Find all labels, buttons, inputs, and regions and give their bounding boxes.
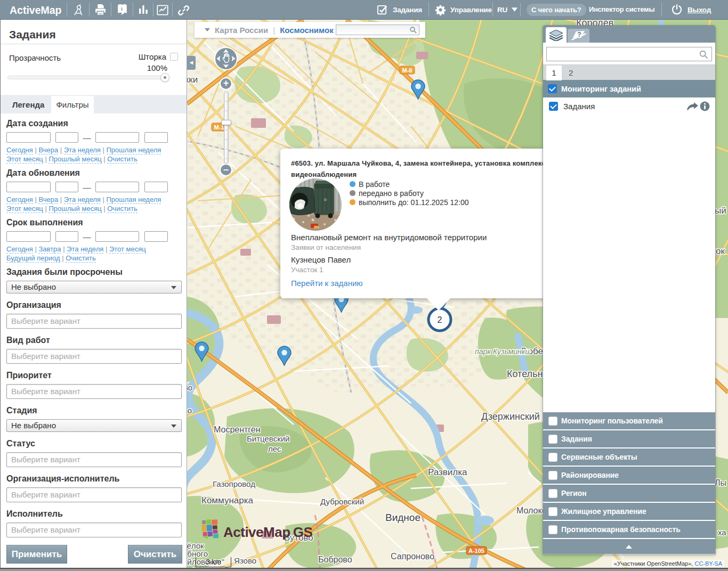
svg-text:Газопровод: Газопровод xyxy=(213,479,255,488)
svg-text:А-105: А-105 xyxy=(468,548,484,554)
svg-text:лес: лес xyxy=(268,444,281,453)
svg-text:Мосрентген: Мосрентген xyxy=(214,425,261,434)
svg-text:♻: ♻ xyxy=(323,198,327,201)
svg-text:2: 2 xyxy=(438,315,442,324)
svg-text:Сапроново: Сапроново xyxy=(391,552,434,561)
svg-text:Видное: Видное xyxy=(385,512,420,523)
svg-text:М-8: М-8 xyxy=(402,67,412,74)
svg-text:Язово: Язово xyxy=(234,556,256,565)
svg-text:парк Кузьминки: парк Кузьминки xyxy=(475,347,529,356)
svg-text:Дубровский: Дубровский xyxy=(320,497,364,506)
svg-text:ок: ок xyxy=(716,246,725,256)
svg-text:зо: зо xyxy=(187,406,192,415)
svg-text:i: i xyxy=(121,6,123,12)
svg-text:?: ? xyxy=(577,31,581,38)
svg-text:Развилка: Развилка xyxy=(428,467,467,477)
svg-text:во: во xyxy=(187,383,192,392)
svg-text:ха: ха xyxy=(718,528,726,537)
svg-text:Лы: Лы xyxy=(715,478,726,487)
svg-text:Боброво: Боброво xyxy=(318,555,352,564)
svg-text:жки: жки xyxy=(187,75,198,85)
svg-text:ый: ый xyxy=(715,206,726,216)
svg-text:Коммунарка: Коммунарка xyxy=(201,495,254,505)
svg-text:Дзержинский: Дзержинский xyxy=(481,411,540,422)
svg-text:Битцевский: Битцевский xyxy=(247,434,289,443)
